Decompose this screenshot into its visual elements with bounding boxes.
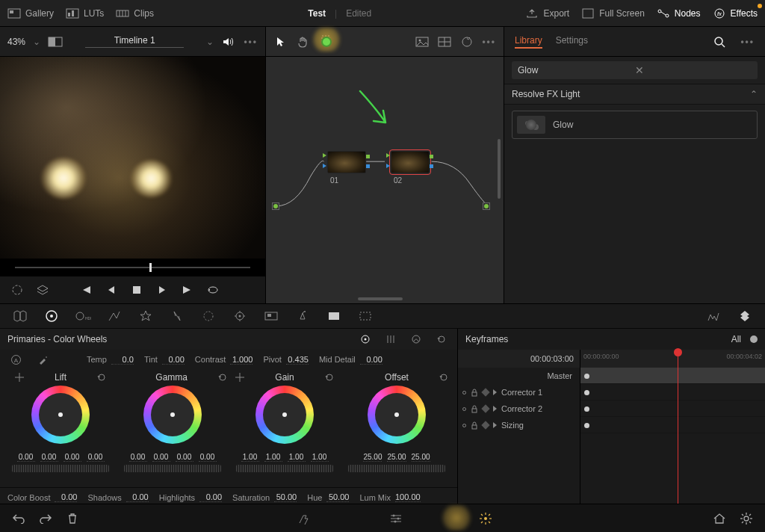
palette-tracker-icon[interactable]	[294, 308, 311, 324]
wheel-value[interactable]: 1.00	[264, 453, 282, 462]
node-port-icon[interactable]	[323, 153, 326, 158]
bars-mode-icon[interactable]	[382, 331, 399, 347]
playhead[interactable]	[678, 350, 678, 507]
node-port-icon[interactable]	[366, 155, 370, 158]
node-options-icon[interactable]: •••	[482, 37, 496, 47]
chevron-right-icon[interactable]	[493, 406, 497, 412]
home-icon[interactable]	[711, 510, 728, 527]
lock-icon[interactable]	[471, 405, 478, 412]
keyframe-row[interactable]: Sizing	[458, 417, 580, 433]
split-view-icon[interactable]	[48, 34, 63, 49]
palette-warper-icon[interactable]	[200, 308, 217, 324]
search-icon[interactable]	[712, 34, 727, 49]
reset-icon[interactable]	[324, 372, 335, 383]
wheel-value[interactable]: 0.00	[87, 453, 105, 462]
hue-value[interactable]: 50.00	[326, 492, 349, 502]
timeline-name[interactable]: Timeline 1	[85, 35, 184, 48]
vertical-scrollbar[interactable]	[498, 139, 501, 199]
keyframes-all-toggle[interactable]	[750, 335, 758, 343]
wheel-value[interactable]: 25.00	[387, 453, 406, 462]
color-wheel[interactable]	[255, 386, 314, 444]
node-port-icon[interactable]	[323, 164, 326, 168]
palette-window-icon[interactable]	[263, 308, 279, 324]
wheel-value[interactable]: 0.00	[129, 453, 147, 462]
jog-wheel[interactable]	[348, 465, 445, 472]
clear-search-icon[interactable]: ✕	[635, 64, 752, 76]
node-port-icon[interactable]	[430, 155, 433, 158]
fx-item-glow[interactable]: Glow	[512, 111, 758, 139]
chevron-right-icon[interactable]	[493, 389, 497, 395]
zoom-caret-icon[interactable]: ⌄	[33, 37, 40, 47]
palette-blur-icon[interactable]	[357, 308, 374, 324]
keyframe-track[interactable]	[580, 400, 765, 417]
clips-btn[interactable]: Clips	[116, 8, 154, 19]
keyframe-icon[interactable]	[481, 421, 489, 429]
pointer-tool-icon[interactable]	[273, 34, 288, 49]
bypass-icon[interactable]	[9, 282, 25, 297]
speaker-icon[interactable]	[221, 34, 236, 49]
temp-value[interactable]: 0.0	[111, 355, 134, 365]
wheel-value[interactable]: 0.00	[152, 453, 170, 462]
tab-settings[interactable]: Settings	[556, 35, 588, 49]
kf-enable-icon[interactable]	[462, 424, 466, 427]
lummix-value[interactable]: 100.00	[395, 492, 421, 502]
wheel-value[interactable]: 0.00	[40, 453, 58, 462]
keyframes-all-label[interactable]: All	[731, 334, 741, 344]
node-01[interactable]: 01	[327, 151, 366, 185]
wheel-value[interactable]: 25.00	[412, 453, 430, 462]
saturation-value[interactable]: 50.00	[274, 492, 297, 502]
loop-icon[interactable]	[205, 282, 221, 297]
image-wipe-icon[interactable]	[415, 34, 430, 49]
keyframe-marker-icon[interactable]	[584, 374, 589, 379]
palette-curves-icon[interactable]	[169, 308, 185, 324]
gear-icon[interactable]	[738, 510, 755, 527]
color-page-icon[interactable]	[477, 510, 494, 527]
fullscreen-btn[interactable]: Full Screen	[581, 8, 645, 19]
node-graph[interactable]: 01 02	[265, 57, 504, 303]
jog-wheel[interactable]	[12, 465, 109, 472]
reset-icon[interactable]	[439, 372, 449, 383]
wheel-value[interactable]: 25.00	[363, 453, 382, 462]
library-options-icon[interactable]: •••	[740, 37, 755, 47]
next-clip-icon[interactable]	[179, 282, 196, 297]
wheel-value[interactable]: 0.00	[199, 453, 217, 462]
luts-btn[interactable]: LUTs	[66, 8, 104, 19]
wheel-value[interactable]: 0.00	[176, 453, 193, 462]
jog-wheel[interactable]	[124, 465, 221, 472]
flags-icon[interactable]	[298, 510, 315, 527]
keyframe-ruler[interactable]: 00:00:00:00 00:00:04:02	[580, 350, 765, 368]
shadows-value[interactable]: 0.00	[126, 492, 149, 502]
layers-icon[interactable]	[34, 282, 51, 297]
palette-color-wheels-icon[interactable]	[43, 308, 60, 324]
keyframe-track[interactable]	[580, 417, 765, 433]
tab-library[interactable]: Library	[515, 35, 542, 49]
node-input-icon[interactable]	[272, 202, 279, 210]
jog-wheel[interactable]	[236, 465, 333, 472]
nodes-btn[interactable]: Nodes	[657, 8, 701, 19]
palette-sizing-icon[interactable]	[737, 308, 753, 324]
prev-clip-icon[interactable]	[78, 282, 94, 297]
pick-white-icon[interactable]	[34, 351, 51, 368]
chevron-up-icon[interactable]: ⌃	[750, 89, 758, 99]
node-02[interactable]: 02	[391, 151, 430, 185]
keyframe-marker-icon[interactable]	[584, 406, 589, 412]
palette-rgb-mixer-icon[interactable]	[106, 308, 123, 324]
chevron-right-icon[interactable]	[493, 422, 497, 428]
reset-all-icon[interactable]	[433, 331, 450, 347]
keyframe-marker-icon[interactable]	[584, 390, 589, 395]
keyframe-track[interactable]	[580, 384, 765, 400]
wheel-value[interactable]: 1.00	[311, 453, 329, 462]
search-input[interactable]: Glow ✕	[512, 61, 758, 79]
horizontal-scrollbar[interactable]	[358, 297, 403, 300]
highlights-value[interactable]: 0.00	[199, 492, 222, 502]
wheels-mode-icon[interactable]	[357, 331, 374, 347]
auto-balance-icon[interactable]: A	[7, 351, 24, 368]
viewer-options-icon[interactable]: •••	[244, 37, 258, 47]
keyframe-row[interactable]: Corrector 1	[458, 384, 580, 400]
palette-motion-icon[interactable]	[137, 308, 154, 324]
node-port-icon[interactable]	[386, 153, 390, 158]
middetail-value[interactable]: 0.00	[360, 355, 382, 365]
node-port-icon[interactable]	[386, 164, 390, 168]
node-output-icon[interactable]	[483, 202, 490, 210]
kf-enable-icon[interactable]	[462, 391, 466, 395]
